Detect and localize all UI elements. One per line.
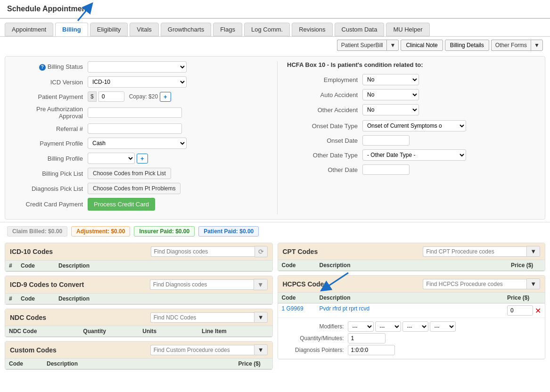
hcpcs-row-1-price-input[interactable]: [507, 305, 533, 316]
onset-date-input[interactable]: [362, 135, 410, 146]
onset-date-label: Onset Date: [287, 137, 362, 144]
hcpcs-wrapper: HCPCS Codes ▼ Code Description Price ($): [278, 275, 546, 359]
tab-customdata[interactable]: Custom Data: [335, 23, 385, 36]
hcpcs-search-btn[interactable]: ▼: [526, 278, 540, 289]
icd-version-label: ICD Version: [12, 79, 88, 86]
hcpcs-header: HCPCS Codes ▼: [278, 276, 545, 293]
patient-payment-row: Patient Payment $ Copay: $20 +: [12, 91, 263, 102]
cpt-header: CPT Codes ▼: [278, 243, 545, 260]
custom-search-input[interactable]: [150, 345, 254, 355]
referral-label: Referral #: [12, 125, 88, 132]
billing-profile-select[interactable]: [88, 153, 135, 164]
diagnosis-picklist-btn[interactable]: Choose Codes from Pt Problems: [88, 183, 181, 194]
icd-version-select[interactable]: ICD-10 ICD-9: [88, 76, 187, 88]
other-date-type-select[interactable]: - Other Date Type - Initial Treatment La…: [362, 149, 466, 161]
custom-search-btn[interactable]: ▼: [254, 344, 268, 355]
modifier-1-select[interactable]: ---: [348, 321, 374, 332]
icd9-table: # Code Description: [5, 294, 272, 304]
add-billing-profile-btn[interactable]: +: [137, 154, 148, 163]
hcpcs-section: HCPCS Codes ▼ Code Description Price ($): [278, 275, 546, 359]
quantity-row: Quantity/Minutes:: [282, 333, 542, 343]
cpt-col-code: Code: [278, 260, 316, 271]
icd10-col-num: #: [5, 261, 17, 271]
ndc-search-input[interactable]: [150, 312, 254, 323]
billing-status-select[interactable]: [88, 61, 187, 73]
icd9-col-desc: Description: [55, 294, 272, 304]
cpt-search-btn[interactable]: ▼: [526, 246, 540, 257]
payment-profile-select[interactable]: Cash Check Credit Card: [88, 138, 187, 149]
billing-details-btn[interactable]: Billing Details: [445, 40, 489, 51]
modifier-4-select[interactable]: ---: [430, 321, 456, 332]
tab-eligibility[interactable]: Eligibility: [90, 23, 128, 36]
other-accident-label: Other Accident: [287, 106, 362, 114]
icd10-col-code: Code: [17, 261, 55, 271]
onset-date-type-label: Onset Date Type: [287, 122, 362, 130]
quantity-input[interactable]: [348, 333, 386, 343]
icd10-title: ICD-10 Codes: [10, 248, 53, 255]
cpt-search-input[interactable]: [423, 246, 526, 257]
billing-picklist-row: Billing Pick List Choose Codes from Pick…: [12, 168, 263, 179]
other-forms-dropdown-arrow[interactable]: ▼: [531, 40, 543, 51]
modifier-2-select[interactable]: ---: [375, 321, 401, 332]
icd9-col-num: #: [5, 294, 17, 304]
custom-header: Custom Codes ▼: [5, 342, 272, 359]
ndc-header: NDC Codes ▼: [5, 309, 272, 326]
custom-col-desc: Description: [43, 359, 235, 369]
icd10-search-spinner[interactable]: ⟳: [254, 246, 268, 257]
tab-logcomm[interactable]: Log Comm.: [244, 23, 290, 36]
modifiers-row: Modifiers: --- --- --- ---: [282, 321, 542, 332]
other-date-type-label: Other Date Type: [287, 152, 362, 159]
employment-select[interactable]: No Yes: [362, 74, 419, 85]
hcpcs-row-1: 1 G9969 Pvdr rfrd pt rprt rcvd: [278, 303, 545, 318]
icd9-dropdown-icon: ▼: [257, 281, 264, 288]
adjustment-summary: Adjustment: $0.00: [71, 226, 130, 237]
other-forms-btn[interactable]: Other Forms ▼: [491, 40, 543, 51]
ndc-col-code: NDC Code: [5, 326, 79, 337]
referral-row: Referral #: [12, 123, 263, 134]
icd9-search-input[interactable]: [150, 279, 254, 290]
icd10-search-input[interactable]: [151, 246, 254, 257]
tab-muhelper[interactable]: MU Helper: [386, 23, 429, 36]
hcpcs-row-1-desc: Pvdr rfrd pt rprt rcvd: [316, 303, 504, 318]
icd9-header: ICD-9 Codes to Convert ▼: [5, 276, 272, 294]
employment-row: Employment No Yes: [287, 74, 538, 85]
icd9-search-btn[interactable]: ▼: [254, 279, 268, 290]
diagnosis-pointers-input[interactable]: [348, 345, 395, 355]
custom-table: Code Description Price ($): [5, 359, 272, 369]
patient-superbill-btn[interactable]: Patient SuperBill ▼: [337, 40, 399, 51]
tab-appointment[interactable]: Appointment: [5, 23, 53, 36]
claim-billed-summary: Claim Billed: $0.00: [7, 226, 67, 237]
patient-payment-input[interactable]: [99, 91, 124, 102]
process-credit-card-btn[interactable]: Process Credit Card: [88, 198, 155, 211]
icd10-section: ICD-10 Codes ⟳ # Code Description: [5, 243, 273, 272]
billing-status-help-icon[interactable]: ?: [39, 64, 46, 71]
ndc-title: NDC Codes: [10, 314, 46, 321]
onset-date-type-select[interactable]: Onset of Current Symptoms o Other: [362, 120, 466, 131]
clinical-note-btn[interactable]: Clinical Note: [401, 40, 443, 51]
hcpcs-row-1-desc-link[interactable]: Pvdr rfrd pt rprt rcvd: [320, 305, 370, 312]
dollar-sign: $: [88, 91, 97, 102]
superbill-dropdown-arrow[interactable]: ▼: [386, 40, 399, 51]
tab-flags[interactable]: Flags: [213, 23, 242, 36]
tab-billing[interactable]: Billing: [55, 23, 88, 36]
referral-input[interactable]: [88, 123, 182, 134]
cpt-col-desc: Description: [316, 260, 508, 271]
auto-accident-select[interactable]: No Yes: [362, 89, 419, 100]
billing-picklist-btn[interactable]: Choose Codes from Pick List: [88, 168, 171, 179]
tab-revisions[interactable]: Revisions: [292, 23, 332, 36]
credit-card-label: Credit Card Payment: [12, 201, 88, 208]
ndc-search-btn[interactable]: ▼: [254, 312, 268, 323]
ndc-section: NDC Codes ▼ NDC Code Quantity Units Line…: [5, 309, 273, 337]
other-date-input[interactable]: [362, 164, 410, 175]
add-payment-btn[interactable]: +: [160, 92, 171, 102]
hcpcs-row-1-delete-btn[interactable]: ✕: [535, 306, 541, 315]
hcpcs-search-input[interactable]: [423, 279, 526, 289]
hcpcs-row-1-code: 1 G9969: [278, 303, 316, 318]
tab-growthcharts[interactable]: Growthcharts: [161, 23, 211, 36]
other-accident-select[interactable]: No Yes: [362, 104, 419, 115]
hcpcs-row-1-code-link[interactable]: 1 G9969: [282, 305, 304, 312]
other-date-type-row: Other Date Type - Other Date Type - Init…: [287, 149, 538, 161]
modifier-3-select[interactable]: ---: [402, 321, 428, 332]
tab-vitals[interactable]: Vitals: [130, 23, 159, 36]
pre-auth-input[interactable]: [88, 107, 182, 118]
